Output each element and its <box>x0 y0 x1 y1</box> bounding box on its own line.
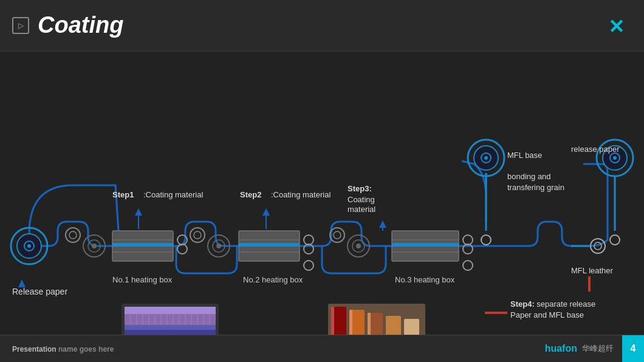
svg-text:Release paper: Release paper <box>12 287 67 296</box>
svg-marker-20 <box>135 208 142 216</box>
footer-presentation-text: Presentation name goes here <box>12 343 114 354</box>
svg-point-62 <box>481 235 491 245</box>
footer-brand-en: huafon <box>545 343 577 354</box>
svg-point-23 <box>194 231 201 239</box>
svg-point-39 <box>330 228 344 242</box>
svg-text:bonding and: bonding and <box>507 172 551 181</box>
svg-rect-110 <box>349 310 352 335</box>
svg-rect-83 <box>125 314 216 325</box>
svg-marker-37 <box>262 208 270 216</box>
svg-text:MFL leather: MFL leather <box>571 266 614 275</box>
svg-point-61 <box>484 156 488 160</box>
svg-point-3 <box>27 244 31 248</box>
svg-text:Step3:: Step3: <box>348 184 372 193</box>
footer-right: huafon 华峰超纤 4 <box>545 335 644 362</box>
svg-marker-5 <box>18 279 26 287</box>
svg-rect-28 <box>239 243 300 247</box>
svg-text:MFL base: MFL base <box>507 151 542 160</box>
svg-rect-109 <box>331 307 334 335</box>
svg-point-55 <box>463 261 473 270</box>
svg-rect-50 <box>392 243 459 247</box>
svg-point-40 <box>334 231 341 239</box>
svg-text::Coating material: :Coating material <box>271 190 331 199</box>
svg-point-7 <box>69 231 77 239</box>
svg-point-26 <box>216 244 221 248</box>
header: ▷ Coating ✕ <box>0 0 644 52</box>
header-icon: ▷ <box>12 17 29 34</box>
svg-rect-108 <box>404 319 419 335</box>
svg-point-22 <box>190 228 205 242</box>
svg-rect-111 <box>368 313 371 335</box>
footer-page-number: 4 <box>622 335 644 363</box>
svg-text:material: material <box>348 205 375 214</box>
svg-point-31 <box>304 235 313 245</box>
svg-rect-12 <box>112 243 173 247</box>
page-title: Coating <box>38 12 123 38</box>
footer-brand-cn: 华峰超纤 <box>582 343 614 354</box>
svg-text:release paper: release paper <box>571 145 620 154</box>
close-button[interactable]: ✕ <box>603 13 629 40</box>
svg-text:Step1: Step1 <box>112 190 134 199</box>
svg-text:Step4: separate release: Step4: separate release <box>510 299 595 309</box>
main-content: Release paper No.1 heating box Step1 :Co… <box>0 52 644 335</box>
svg-point-16 <box>177 244 187 254</box>
svg-point-53 <box>463 235 473 245</box>
footer: Presentation name goes here huafon 华峰超纤 … <box>0 335 644 362</box>
svg-point-43 <box>356 244 361 248</box>
svg-text:Coating: Coating <box>348 195 375 204</box>
svg-rect-98 <box>125 325 216 330</box>
process-diagram: Release paper No.1 heating box Step1 :Co… <box>0 52 644 335</box>
svg-text::Coating material: :Coating material <box>143 190 203 199</box>
svg-point-69 <box>613 156 617 160</box>
svg-point-33 <box>304 261 313 270</box>
svg-text:No.2 heating box: No.2 heating box <box>243 275 303 284</box>
svg-text:Paper and MFL base: Paper and MFL base <box>510 310 584 319</box>
svg-rect-82 <box>125 307 216 314</box>
svg-text:transfering grain: transfering grain <box>507 183 564 192</box>
footer-label-bold: Presentation name goes here <box>12 345 114 353</box>
svg-point-10 <box>92 244 97 248</box>
svg-text:Step2: Step2 <box>240 190 261 199</box>
svg-rect-107 <box>386 316 401 335</box>
svg-text:No.1 heating box: No.1 heating box <box>112 275 173 284</box>
svg-point-71 <box>610 235 620 245</box>
svg-point-6 <box>66 228 80 242</box>
svg-text:No.3 heating box: No.3 heating box <box>395 275 455 284</box>
svg-marker-47 <box>379 220 386 228</box>
svg-rect-99 <box>125 330 216 335</box>
